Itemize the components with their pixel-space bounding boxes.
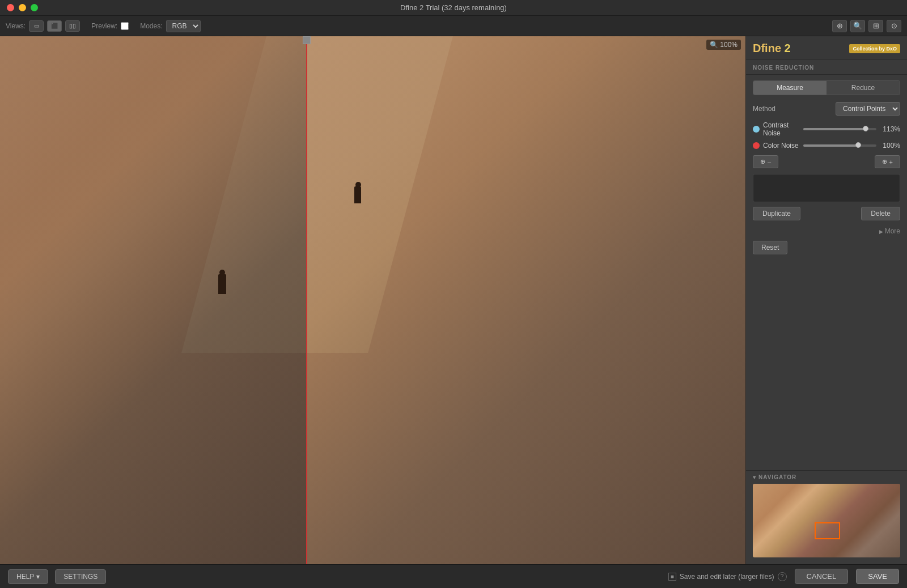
duplicate-button[interactable]: Duplicate bbox=[753, 207, 800, 220]
zoom-value: 100% bbox=[720, 41, 738, 49]
reduced-right-panel bbox=[306, 36, 745, 564]
control-point-preview bbox=[753, 174, 900, 202]
navigator-collapse-icon[interactable]: ▾ bbox=[753, 474, 756, 480]
more-link[interactable]: More bbox=[753, 225, 900, 237]
method-label: Method bbox=[753, 105, 775, 113]
modes-select[interactable]: RGB bbox=[166, 20, 201, 32]
navigator-header: ▾ NAVIGATOR bbox=[746, 471, 907, 484]
dfine-prefix: Dfine bbox=[753, 42, 785, 54]
collection-badge: Collection by DxO bbox=[849, 44, 900, 53]
navigator-section: ▾ NAVIGATOR bbox=[746, 470, 907, 564]
cp-plus-button[interactable]: ⊕ + bbox=[875, 155, 900, 168]
bottom-left-group: HELP ▾ SETTINGS bbox=[8, 569, 106, 584]
titlebar: Dfine 2 Trial (32 days remaining) bbox=[0, 0, 907, 16]
figure-left bbox=[218, 274, 226, 294]
help-label: HELP bbox=[16, 573, 34, 581]
tab-measure[interactable]: Measure bbox=[753, 81, 827, 95]
help-button[interactable]: HELP ▾ bbox=[8, 569, 48, 584]
checkbox-mark: ■ bbox=[671, 573, 674, 580]
canvas-area[interactable]: 🔍 100% bbox=[0, 36, 745, 564]
main-layout: 🔍 100% Dfine 2 Collection by DxO NOISE R… bbox=[0, 36, 907, 564]
measure-reduce-tabs: Measure Reduce bbox=[753, 80, 900, 95]
color-noise-row: Color Noise 100% bbox=[753, 142, 900, 150]
cp-icon: ⊕ bbox=[760, 158, 765, 165]
zoom-icon: 🔍 bbox=[710, 41, 718, 49]
views-group: Views: ▭ ⬛ ▯▯ bbox=[6, 20, 80, 32]
bottom-right-group: ■ Save and edit later (larger files) ? C… bbox=[668, 569, 899, 584]
noise-reduction-panel: Measure Reduce Method Control Points Con… bbox=[746, 75, 907, 260]
save-later-checkbox[interactable]: ■ bbox=[668, 573, 676, 581]
nav-viewport-rect[interactable] bbox=[815, 522, 840, 539]
question-icon[interactable]: ? bbox=[778, 572, 787, 581]
zoom-indicator: 🔍 100% bbox=[706, 40, 741, 50]
color-noise-slider[interactable] bbox=[803, 144, 876, 147]
split-line bbox=[306, 36, 307, 564]
loupe-icon-button[interactable]: ⊙ bbox=[887, 20, 901, 32]
contrast-noise-dot bbox=[753, 126, 760, 133]
view-dual-button[interactable]: ▯▯ bbox=[65, 20, 80, 32]
cp-minus-label: – bbox=[768, 159, 771, 165]
contrast-noise-row: Contrast Noise 113% bbox=[753, 121, 900, 137]
dfine-number: 2 bbox=[785, 42, 791, 54]
traffic-lights bbox=[7, 4, 38, 11]
color-noise-label: Color Noise bbox=[763, 142, 800, 150]
right-panel: Dfine 2 Collection by DxO NOISE REDUCTIO… bbox=[745, 36, 907, 564]
action-row: Duplicate Delete bbox=[753, 207, 900, 220]
contrast-noise-label: Contrast Noise bbox=[763, 121, 800, 137]
preview-label: Preview: bbox=[91, 22, 117, 30]
view-single-button[interactable]: ▭ bbox=[29, 20, 44, 32]
cp-plus-icon: ⊕ bbox=[882, 158, 887, 165]
hand-icon-button[interactable]: ⊞ bbox=[868, 20, 883, 32]
save-later-label: Save and edit later (larger files) bbox=[680, 573, 774, 581]
modes-group: Modes: RGB bbox=[140, 20, 200, 32]
color-noise-value: 100% bbox=[880, 142, 900, 150]
navigator-thumbnail bbox=[753, 484, 900, 557]
split-handle[interactable] bbox=[303, 36, 311, 44]
desert-image: 🔍 100% bbox=[0, 36, 745, 564]
contrast-noise-thumb[interactable] bbox=[863, 126, 868, 131]
window-title: Dfine 2 Trial (32 days remaining) bbox=[400, 3, 507, 12]
views-label: Views: bbox=[6, 22, 26, 30]
contrast-noise-value: 113% bbox=[880, 125, 900, 133]
toolbar-right: ⊕ 🔍 ⊞ ⊙ bbox=[832, 20, 901, 32]
color-noise-thumb[interactable] bbox=[855, 142, 861, 148]
settings-label: SETTINGS bbox=[63, 573, 98, 581]
save-later-group: ■ Save and edit later (larger files) ? bbox=[668, 572, 787, 581]
maximize-button[interactable] bbox=[31, 4, 38, 11]
color-noise-fill bbox=[803, 144, 858, 147]
view-split-button[interactable]: ⬛ bbox=[47, 20, 62, 32]
minimize-button[interactable] bbox=[19, 4, 26, 11]
noise-reduction-header: NOISE REDUCTION bbox=[746, 60, 907, 75]
reset-button[interactable]: Reset bbox=[753, 241, 787, 254]
modes-label: Modes: bbox=[140, 22, 162, 30]
cp-plus-label: + bbox=[889, 159, 893, 165]
method-select[interactable]: Control Points bbox=[836, 102, 900, 116]
plugin-header: Dfine 2 Collection by DxO bbox=[746, 36, 907, 60]
crop-icon-button[interactable]: ⊕ bbox=[832, 20, 847, 32]
noisy-left-panel bbox=[0, 36, 306, 564]
nav-thumbnail-image bbox=[753, 484, 900, 557]
bottombar: HELP ▾ SETTINGS ■ Save and edit later (l… bbox=[0, 564, 907, 588]
color-noise-dot bbox=[753, 142, 760, 149]
zoom-icon-button[interactable]: 🔍 bbox=[850, 20, 865, 32]
tab-reduce[interactable]: Reduce bbox=[827, 81, 900, 95]
close-button[interactable] bbox=[7, 4, 14, 11]
plugin-title: Dfine 2 bbox=[753, 42, 791, 55]
delete-button[interactable]: Delete bbox=[861, 207, 900, 220]
preview-checkbox[interactable] bbox=[121, 22, 129, 30]
toolbar: Views: ▭ ⬛ ▯▯ Preview: Modes: RGB ⊕ 🔍 ⊞ … bbox=[0, 16, 907, 36]
figure-right bbox=[354, 186, 361, 203]
help-chevron-icon: ▾ bbox=[36, 573, 40, 581]
save-button[interactable]: SAVE bbox=[856, 569, 899, 584]
navigator-title: NAVIGATOR bbox=[758, 474, 796, 480]
contrast-noise-fill bbox=[803, 128, 866, 130]
cancel-button[interactable]: CANCEL bbox=[795, 569, 849, 584]
method-row: Method Control Points bbox=[753, 102, 900, 116]
settings-button[interactable]: SETTINGS bbox=[55, 569, 106, 584]
contrast-noise-slider[interactable] bbox=[803, 128, 876, 130]
cp-minus-button[interactable]: ⊕ – bbox=[753, 155, 778, 168]
preview-group: Preview: bbox=[91, 22, 129, 30]
control-points-row: ⊕ – ⊕ + bbox=[753, 155, 900, 168]
